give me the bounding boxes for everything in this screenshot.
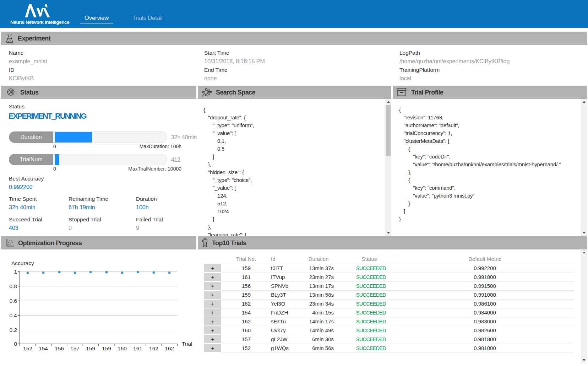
svg-text:Trial: Trial — [182, 341, 192, 347]
svg-text:161: 161 — [133, 345, 142, 351]
svg-text:0.6: 0.6 — [9, 298, 17, 304]
svg-text:162: 162 — [165, 345, 174, 351]
svg-text:0.4: 0.4 — [9, 312, 17, 318]
svg-text:0.8: 0.8 — [9, 283, 17, 289]
svg-text:152: 152 — [23, 345, 32, 351]
svg-text:162: 162 — [149, 345, 158, 351]
svg-text:0: 0 — [14, 341, 17, 347]
svg-text:1: 1 — [14, 269, 17, 275]
svg-text:160: 160 — [118, 345, 127, 351]
svg-text:156: 156 — [55, 345, 64, 351]
svg-text:Accuracy: Accuracy — [11, 260, 34, 266]
svg-text:157: 157 — [70, 345, 80, 351]
svg-text:159: 159 — [102, 345, 111, 351]
svg-text:154: 154 — [39, 345, 48, 351]
svg-text:0.2: 0.2 — [9, 327, 17, 333]
svg-text:159: 159 — [86, 345, 95, 351]
